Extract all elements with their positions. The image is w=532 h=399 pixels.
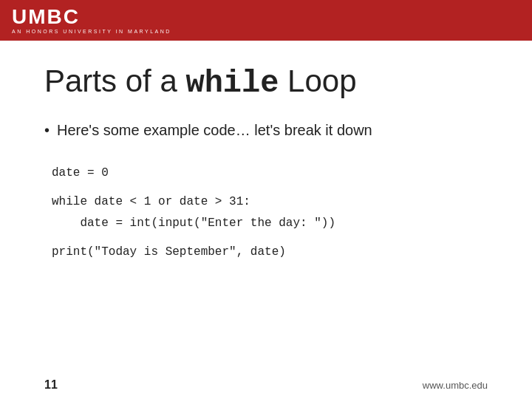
main-content: Parts of a while Loop • Here's some exam… [0, 41, 532, 399]
umbc-logo: UMBC AN HONORS UNIVERSITY IN MARYLAND [12, 7, 171, 34]
code-line-3: date = int(input("Enter the day: ")) [52, 213, 488, 234]
title-suffix: Loop [279, 64, 356, 98]
bullet-text: Here's some example code… let's break it… [57, 120, 372, 140]
title-prefix: Parts of a [44, 64, 185, 98]
code-line-2: while date < 1 or date > 31: [52, 191, 488, 213]
header-bar: UMBC AN HONORS UNIVERSITY IN MARYLAND [0, 0, 532, 41]
slide-title: Parts of a while Loop [44, 63, 488, 102]
logo-text: UMBC [12, 7, 171, 27]
code-line-1: date = 0 [52, 163, 488, 184]
code-spacer-2 [52, 234, 488, 242]
code-spacer-1 [52, 184, 488, 191]
logo-tagline: AN HONORS UNIVERSITY IN MARYLAND [12, 29, 171, 34]
code-block: date = 0 while date < 1 or date > 31: da… [44, 163, 488, 262]
footer-url: www.umbc.edu [423, 380, 488, 391]
slide-number: 11 [44, 378, 58, 392]
title-code: while [185, 66, 279, 101]
bullet-item: • Here's some example code… let's break … [44, 120, 488, 140]
bullet-section: • Here's some example code… let's break … [44, 120, 488, 140]
code-line-4: print("Today is September", date) [52, 242, 488, 263]
footer: 11 www.umbc.edu [44, 378, 488, 392]
bullet-dot: • [44, 120, 50, 140]
